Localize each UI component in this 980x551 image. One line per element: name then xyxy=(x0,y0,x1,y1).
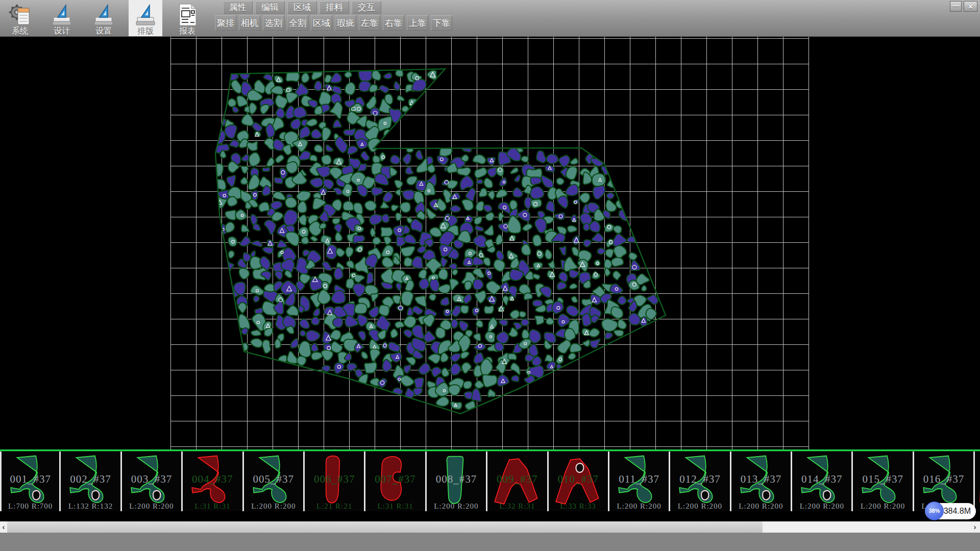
piece-shape xyxy=(126,453,178,510)
app-button-label: 系统 xyxy=(12,27,28,35)
piece-shape xyxy=(553,453,605,510)
piece-shape xyxy=(492,453,544,510)
piece-shape xyxy=(736,453,788,510)
window-bottom-edge xyxy=(0,533,980,551)
menu-tab-3[interactable]: 区域 xyxy=(287,1,317,14)
tool-button-7[interactable]: 左靠 xyxy=(359,15,380,31)
thumbnail-cell-4[interactable]: 004_#37L:31 R:31 xyxy=(183,452,243,511)
menu-tab-2[interactable]: 编辑 xyxy=(255,1,285,14)
thumbnail-cell-14[interactable]: 014_#37L:200 R:200 xyxy=(792,452,853,511)
tool-button-3[interactable]: 选割 xyxy=(263,15,284,31)
thumbnail-cell-3[interactable]: 003_#37L:200 R:200 xyxy=(122,452,183,511)
piece-shape xyxy=(187,453,239,510)
tool-button-5[interactable]: 区域 xyxy=(311,15,332,31)
piece-shape xyxy=(65,453,117,510)
menu-tab-row: 属性编辑区域排料交互 xyxy=(223,1,384,14)
status-badge: 38% 384.8M xyxy=(925,503,976,519)
set-square-icon xyxy=(51,3,73,27)
thumbnail-cell-10[interactable]: 010_#37L:33 R:33 xyxy=(549,452,609,511)
app-button-label: 报表 xyxy=(179,27,195,35)
thumbnail-cell-15[interactable]: 015_#37L:200 R:200 xyxy=(853,452,914,511)
app-button-3[interactable]: 设置 xyxy=(87,0,120,36)
piece-shape xyxy=(431,453,483,510)
piece-shape xyxy=(918,453,970,510)
thumbnail-cell-11[interactable]: 011_#37L:200 R:200 xyxy=(609,452,670,511)
minimize-button[interactable]: — xyxy=(950,1,962,12)
nesting-canvas[interactable] xyxy=(0,37,980,449)
scroll-left-arrow-icon[interactable]: ‹ xyxy=(0,521,7,533)
piece-shape xyxy=(796,453,848,510)
tool-button-4[interactable]: 全割 xyxy=(287,15,308,31)
tool-button-row: 聚排相机选割全割区域瑕疵左靠右靠上靠下靠 xyxy=(215,15,455,31)
app-button-2[interactable]: 设计 xyxy=(45,0,79,36)
menu-tab-5[interactable]: 交互 xyxy=(352,1,381,14)
main-toolbar: 系统设计设置排版报表 属性编辑区域排料交互 聚排相机选割全割区域瑕疵左靠右靠上靠… xyxy=(0,0,980,37)
scrollbar-thumb[interactable] xyxy=(7,521,763,533)
tool-button-2[interactable]: 相机 xyxy=(239,15,260,31)
scroll-right-arrow-icon[interactable]: › xyxy=(971,521,978,533)
set-square-icon xyxy=(92,3,115,27)
piece-shape xyxy=(309,453,361,510)
app-button-label: 设置 xyxy=(95,27,112,35)
app-button-label: 设计 xyxy=(54,27,70,35)
piece-thumbnail-strip: 001_#37L:700 R:700002_#37L:132 R:132003_… xyxy=(0,452,980,511)
menu-tab-4[interactable]: 排料 xyxy=(320,1,349,14)
tool-button-9[interactable]: 上靠 xyxy=(407,15,428,31)
close-button[interactable]: × xyxy=(964,1,977,12)
horizontal-scrollbar[interactable]: ‹ › xyxy=(0,521,980,533)
set-square-icon xyxy=(134,3,157,27)
tool-button-1[interactable]: 聚排 xyxy=(215,15,236,31)
thumbnail-cell-1[interactable]: 001_#37L:700 R:700 xyxy=(0,452,61,511)
tool-button-8[interactable]: 右靠 xyxy=(383,15,404,31)
thumbnail-cell-2[interactable]: 002_#37L:132 R:132 xyxy=(61,452,121,511)
piece-shape xyxy=(6,453,58,510)
thumbnail-cell-8[interactable]: 008_#37L:200 R:200 xyxy=(427,452,487,511)
thumbnail-cell-5[interactable]: 005_#37L:200 R:200 xyxy=(244,452,305,511)
thumbnail-cell-9[interactable]: 009_#37L:32 R:31 xyxy=(487,452,548,511)
nesting-workspace xyxy=(0,37,980,449)
thumbnail-cell-12[interactable]: 012_#37L:200 R:200 xyxy=(670,452,731,511)
piece-shape xyxy=(248,453,300,510)
thumbnail-cell-7[interactable]: 007_#37L:31 R:31 xyxy=(365,452,426,511)
report-icon xyxy=(176,3,199,27)
memory-usage-label: 384.8M xyxy=(944,507,971,516)
piece-shape xyxy=(857,453,909,510)
thumbnail-cell-16[interactable]: 016_#37L:200 R:200 xyxy=(914,452,975,511)
menu-tab-1[interactable]: 属性 xyxy=(223,1,253,14)
piece-shape xyxy=(614,453,666,510)
app-button-5[interactable]: 报表 xyxy=(170,0,204,36)
piece-shape xyxy=(370,453,422,510)
tool-button-6[interactable]: 瑕疵 xyxy=(335,15,356,31)
thumbnail-cell-6[interactable]: 006_#37L:21 R:21 xyxy=(305,452,365,511)
app-button-label: 排版 xyxy=(137,27,154,35)
application-window: 系统设计设置排版报表 属性编辑区域排料交互 聚排相机选割全割区域瑕疵左靠右靠上靠… xyxy=(0,0,980,551)
progress-percent-badge: 38% xyxy=(925,502,944,520)
piece-shape xyxy=(674,453,726,510)
app-button-1[interactable]: 系统 xyxy=(3,0,37,36)
thumbnail-cell-17[interactable]: L: xyxy=(975,452,980,511)
thumbnail-cell-13[interactable]: 013_#37L:200 R:200 xyxy=(731,452,792,511)
app-button-4[interactable]: 排版 xyxy=(129,0,162,36)
tool-button-10[interactable]: 下靠 xyxy=(431,15,452,31)
gear-notebook-icon xyxy=(9,3,31,27)
